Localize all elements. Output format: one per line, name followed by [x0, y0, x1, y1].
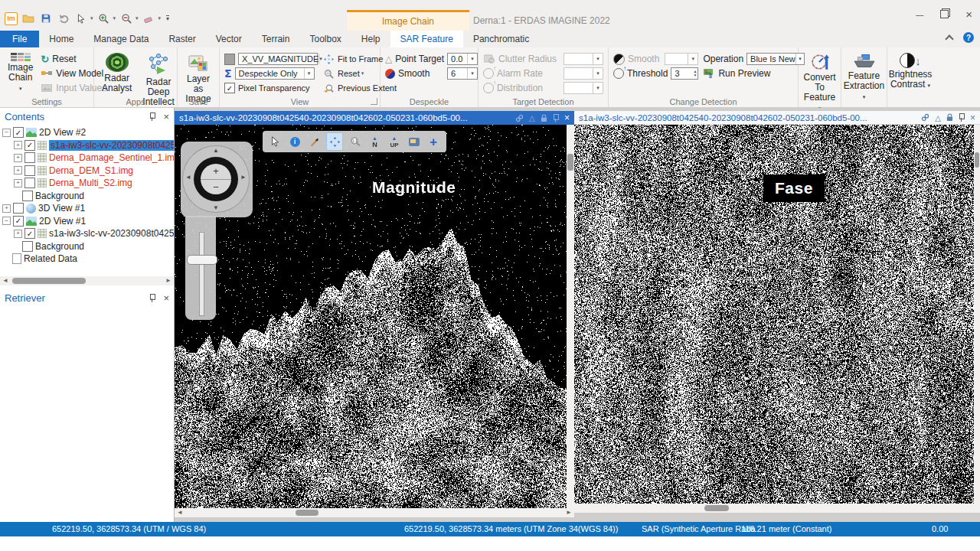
tab-home[interactable]: Home [39, 31, 83, 47]
pointer-dropdown-icon[interactable] [90, 15, 93, 21]
pixel-transparency-checkbox[interactable]: Pixel Transparency [224, 82, 318, 94]
collapse-icon[interactable] [2, 129, 11, 137]
checkbox-checked-icon[interactable] [13, 127, 24, 138]
checkbox-icon[interactable] [24, 178, 35, 188]
horizontal-scrollbar[interactable] [574, 504, 980, 513]
view-titlebar[interactable]: s1a-iw3-slc-vv-20230908t042540-20230908t… [175, 111, 574, 125]
operation-combo[interactable]: Blue Is New [746, 53, 805, 65]
expand-icon[interactable] [2, 204, 11, 213]
tree-item-background[interactable]: Background [0, 190, 174, 203]
display-mode-combo[interactable]: Despeckle Only [235, 67, 315, 80]
zoom-in-icon[interactable] [97, 11, 111, 25]
lock-icon[interactable] [946, 113, 953, 122]
close-icon[interactable] [965, 8, 972, 21]
geolink-icon[interactable] [529, 113, 535, 122]
pointer-tool-icon[interactable] [268, 133, 283, 150]
scroll-left-icon[interactable] [2, 277, 8, 284]
eraser-icon[interactable] [142, 11, 156, 25]
tree-item-layer[interactable]: s1a-iw3-slc-vv-20230908t04254 [0, 227, 174, 240]
tab-toolbox[interactable]: Toolbox [299, 31, 351, 47]
collapse-icon[interactable] [2, 217, 11, 225]
expand-icon[interactable] [14, 230, 22, 238]
help-icon[interactable]: ? [963, 32, 974, 43]
tab-manage-data[interactable]: Manage Data [83, 31, 158, 47]
zoom-actual-icon[interactable]: 1:1 [348, 133, 363, 150]
pan-east-icon[interactable] [240, 174, 247, 181]
compass-navigator[interactable]: + − [183, 146, 249, 212]
tab-vector[interactable]: Vector [206, 31, 252, 47]
zoom-out-dropdown-icon[interactable] [136, 15, 139, 21]
close-view-icon[interactable]: × [564, 112, 570, 123]
tree-item-layer[interactable]: Derna_Damage_Sentinel_1.img [0, 152, 174, 165]
tree-item-background[interactable]: Background [0, 240, 174, 253]
pan-west-icon[interactable] [185, 174, 191, 181]
smooth-combo[interactable]: 6 [447, 67, 478, 80]
expand-icon[interactable] [14, 154, 22, 162]
tab-raster[interactable]: Raster [158, 31, 205, 47]
customize-toolbar-icon[interactable] [166, 15, 169, 22]
tree-item-layer[interactable]: Derna_DEM_S1.img [0, 165, 174, 178]
checkbox-icon[interactable] [22, 191, 33, 201]
expand-icon[interactable] [14, 166, 22, 174]
checkbox-icon[interactable] [24, 165, 35, 176]
image-chain-button[interactable]: Image Chain [5, 51, 36, 95]
lock-icon[interactable] [541, 114, 547, 122]
brightness-contrast-button[interactable]: Brightness Contrast [886, 51, 936, 95]
scroll-right-icon[interactable] [165, 277, 172, 284]
tree-item-2d-view-2[interactable]: 2D View #2 [0, 126, 174, 139]
tree-item-layer[interactable]: s1a-iw3-slc-vv-20230908t04254 [0, 139, 174, 152]
north-arrow-icon[interactable]: N [368, 133, 383, 150]
scroll-right-icon[interactable] [566, 509, 572, 516]
up-orientation-icon[interactable]: UP [387, 133, 402, 150]
open-window-icon[interactable] [407, 133, 422, 150]
zoom-out-button[interactable]: − [201, 180, 231, 195]
run-preview-button[interactable]: 8 Run Preview [703, 67, 801, 80]
convert-to-feature-button[interactable]: Convert To Feature [800, 51, 838, 95]
feature-extraction-button[interactable]: Feature Extraction [841, 51, 887, 95]
collapse-ribbon-icon[interactable] [945, 34, 953, 43]
pan-south-icon[interactable] [213, 204, 219, 211]
tree-item-layer[interactable]: Derna_Multi_S2.img [0, 177, 174, 190]
save-icon[interactable] [39, 11, 53, 25]
undo-icon[interactable] [57, 11, 70, 25]
link-views-icon[interactable] [515, 114, 524, 122]
close-view-icon[interactable]: × [970, 112, 975, 123]
identify-icon[interactable]: i [287, 133, 302, 150]
eraser-dropdown-icon[interactable] [158, 15, 162, 21]
paintbrush-icon[interactable] [307, 133, 322, 150]
zoom-out-icon[interactable] [119, 11, 133, 25]
tree-item-3d-view-1[interactable]: 3D View #1 [0, 202, 174, 215]
expand-icon[interactable] [14, 141, 22, 149]
horizontal-scrollbar[interactable] [175, 508, 574, 517]
link-views-icon[interactable] [921, 113, 929, 122]
pin-icon[interactable] [149, 294, 155, 302]
tab-sar-feature[interactable]: SAR Feature [390, 31, 463, 47]
geolink-icon[interactable] [935, 113, 941, 122]
layer-as-image-button[interactable]: Layer as Image [182, 51, 214, 95]
zoom-in-dropdown-icon[interactable] [113, 15, 116, 21]
checkbox-checked-icon[interactable] [13, 216, 24, 227]
checkbox-checked-icon[interactable] [24, 140, 35, 151]
open-file-icon[interactable] [21, 11, 35, 25]
threshold-spinner[interactable]: 3 ▲▼ [671, 67, 698, 80]
point-target-combo[interactable]: 0.0 [447, 53, 478, 65]
pin-icon[interactable] [959, 113, 965, 122]
tab-panchromatic[interactable]: Panchromatic [463, 31, 539, 47]
minimize-icon[interactable] [916, 9, 923, 20]
imagine-logo-icon[interactable]: Im [5, 12, 18, 25]
close-panel-icon[interactable] [163, 111, 169, 122]
band-color-swatch[interactable] [224, 54, 235, 65]
tab-file[interactable]: File [0, 31, 39, 47]
checkbox-icon[interactable] [24, 152, 35, 163]
radar-deep-intellect-button[interactable]: Radar Deep Intellect [139, 51, 177, 95]
scroll-left-icon[interactable] [177, 509, 183, 516]
tab-help[interactable]: Help [351, 31, 390, 47]
restore-icon[interactable] [940, 10, 949, 18]
zoom-slider-track[interactable] [199, 232, 204, 316]
view-titlebar[interactable]: s1a-iw3-slc-vv-20230908t042540-20230908t… [574, 111, 980, 125]
tree-item-related-data[interactable]: Related Data [0, 253, 174, 266]
pointer-tool-icon[interactable] [74, 11, 88, 25]
vertical-scrollbar[interactable] [567, 125, 574, 508]
pan-north-icon[interactable] [213, 147, 219, 154]
pin-icon[interactable] [553, 114, 559, 122]
